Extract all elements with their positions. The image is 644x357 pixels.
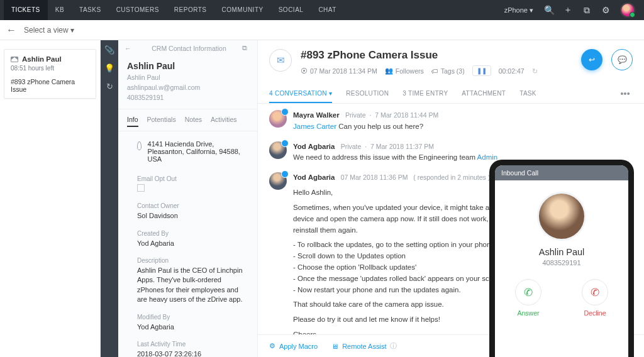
view-bar: ← Select a view ▾ bbox=[0, 20, 644, 40]
tab-notes[interactable]: Notes bbox=[185, 113, 202, 127]
crm-title: CRM Contact Information bbox=[136, 45, 242, 52]
channel-badge-icon bbox=[281, 108, 289, 116]
side-rail: 📎 💡 ↻ bbox=[101, 40, 118, 357]
timer-pause-button[interactable]: ❚❚ bbox=[472, 65, 491, 76]
caller-number: 4083529191 bbox=[495, 259, 628, 266]
rail-idea-icon[interactable]: 💡 bbox=[104, 63, 114, 73]
rail-history-icon[interactable]: ↻ bbox=[106, 82, 113, 91]
remote-assist-button[interactable]: 🖥 Remote Assist ⓘ bbox=[331, 341, 397, 351]
contact-address: 4141 Hacienda Drive, Pleasanton, Califor… bbox=[148, 140, 248, 163]
nav-reports[interactable]: REPORTS bbox=[167, 0, 214, 20]
ticket-date: ⦿ 07 Mar 2018 11:34 PM bbox=[301, 67, 377, 75]
timer-value: 00:02:47 bbox=[499, 67, 525, 75]
envelope-icon bbox=[11, 57, 18, 62]
reply-button[interactable]: ↩ bbox=[581, 49, 602, 70]
contact-owner: Sol Davidson bbox=[137, 211, 248, 221]
decline-button[interactable]: ✆ Decline bbox=[582, 279, 608, 317]
mention-link[interactable]: James Carter bbox=[293, 123, 336, 130]
tab-task[interactable]: TASK bbox=[519, 85, 536, 103]
apply-macro-button[interactable]: ⚙ Apply Macro bbox=[269, 341, 318, 351]
crm-back-icon[interactable]: ← bbox=[125, 45, 136, 52]
contact-name: Ashlin Paul bbox=[127, 61, 248, 71]
nav-customers[interactable]: CUSTOMERS bbox=[109, 0, 167, 20]
avatar bbox=[269, 141, 287, 159]
tab-info[interactable]: Info bbox=[127, 113, 138, 127]
modified-by: Yod Agbaria bbox=[137, 322, 248, 332]
phone-decline-icon: ✆ bbox=[582, 279, 608, 305]
caller-name: Ashlin Paul bbox=[495, 247, 628, 257]
page-title: #893 zPhone Camera Issue bbox=[301, 49, 572, 62]
rail-attachment-icon[interactable]: 📎 bbox=[104, 45, 114, 55]
tags-link[interactable]: 🏷 Tags (3) bbox=[431, 67, 465, 75]
ticket-list: Ashlin Paul 08:51 hours left #893 zPhone… bbox=[0, 40, 101, 357]
message-row[interactable]: Mayra Walker Private · 7 Mar 2018 11:44 … bbox=[269, 110, 633, 133]
call-header: Inbound Call bbox=[495, 165, 628, 180]
inbound-call-popup: Inbound Call Ashlin Paul 4083529191 ✆ An… bbox=[489, 160, 634, 357]
more-icon[interactable]: ••• bbox=[618, 85, 633, 103]
contact-handle: Ashlin Paul bbox=[127, 73, 248, 83]
gear-icon[interactable]: ⚙ bbox=[596, 5, 615, 15]
channel-badge-icon bbox=[281, 170, 289, 178]
mention-link[interactable]: Admin bbox=[477, 153, 498, 161]
popout-icon[interactable]: ⧉ bbox=[577, 5, 596, 16]
product-switcher[interactable]: zPhone ▾ bbox=[498, 6, 540, 14]
timer-refresh-icon[interactable]: ↻ bbox=[532, 67, 538, 75]
ticket-main: ✉ #893 zPhone Camera Issue ⦿ 07 Mar 2018… bbox=[258, 40, 644, 357]
description: Ashlin Paul is the CEO of Linchpin Apps.… bbox=[137, 266, 248, 305]
ticket-card-name: Ashlin Paul bbox=[22, 55, 62, 63]
avatar bbox=[269, 172, 287, 190]
created-by: Yod Agbaria bbox=[137, 239, 248, 248]
avatar bbox=[269, 110, 287, 128]
ticket-card[interactable]: Ashlin Paul 08:51 hours left #893 zPhone… bbox=[4, 49, 96, 99]
view-selector[interactable]: Select a view ▾ bbox=[24, 26, 74, 35]
nav-kb[interactable]: KB bbox=[48, 0, 72, 20]
search-icon[interactable]: 🔍 bbox=[540, 5, 558, 15]
nav-tickets[interactable]: TICKETS bbox=[4, 0, 48, 20]
tab-activities[interactable]: Activities bbox=[211, 113, 236, 127]
top-nav: TICKETS KB TASKS CUSTOMERS REPORTS COMMU… bbox=[0, 0, 644, 20]
tab-potentials[interactable]: Potentials bbox=[147, 113, 176, 127]
channel-badge-icon bbox=[281, 140, 289, 147]
ticket-card-hours: 08:51 hours left bbox=[11, 65, 89, 72]
tab-conversation[interactable]: 4 CONVERSATION ▾ bbox=[269, 85, 332, 103]
ticket-channel-icon: ✉ bbox=[269, 49, 292, 72]
contact-phone: 4083529191 bbox=[127, 93, 248, 103]
profile-avatar[interactable] bbox=[620, 3, 635, 18]
tab-attachment[interactable]: ATTACHMENT bbox=[462, 85, 506, 103]
location-pin-icon bbox=[137, 141, 142, 150]
plus-icon[interactable]: ＋ bbox=[558, 4, 577, 16]
answer-button[interactable]: ✆ Answer bbox=[515, 279, 541, 317]
nav-community[interactable]: COMMUNITY bbox=[214, 0, 271, 20]
nav-social[interactable]: SOCIAL bbox=[271, 0, 311, 20]
tab-resolution[interactable]: RESOLUTION bbox=[346, 85, 389, 103]
email-opt-checkbox[interactable] bbox=[137, 184, 145, 192]
nav-tasks[interactable]: TASKS bbox=[72, 0, 109, 20]
last-activity: 2018-03-07 23:26:16 bbox=[137, 349, 248, 357]
back-arrow-icon[interactable]: ← bbox=[6, 25, 24, 36]
caller-avatar bbox=[537, 192, 586, 241]
phone-answer-icon: ✆ bbox=[515, 279, 541, 305]
ticket-card-title: #893 zPhone Camera Issue bbox=[11, 78, 89, 93]
nav-chat[interactable]: CHAT bbox=[311, 0, 343, 20]
comment-button[interactable]: 💬 bbox=[611, 49, 633, 70]
tab-time-entry[interactable]: 3 TIME ENTRY bbox=[402, 85, 448, 103]
contact-email: ashlinpaul.w@gmail.com bbox=[127, 83, 248, 93]
crm-popout-icon[interactable]: ⧉ bbox=[242, 44, 251, 52]
followers-link[interactable]: 👥 Followers bbox=[385, 67, 424, 75]
crm-panel: ← CRM Contact Information ⧉ Ashlin Paul … bbox=[118, 40, 258, 357]
